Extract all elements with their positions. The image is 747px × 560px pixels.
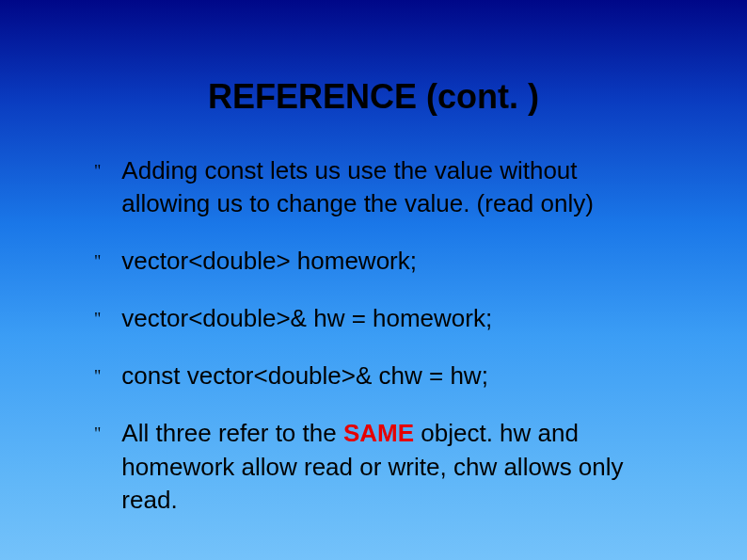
list-item: " All three refer to the SAME object. hw… [94,417,672,516]
slide-title: REFERENCE (cont. ) [0,0,747,154]
list-item: " vector<double>& hw = homework; [94,302,672,335]
bullet-list: " Adding const lets us use the value wit… [0,154,747,517]
text-run: All three refer to the [121,419,343,447]
bullet-text: const vector<double>& chw = hw; [121,360,672,392]
list-item: " Adding const lets us use the value wit… [94,154,672,220]
list-item: " vector<double> homework; [94,245,672,278]
emphasized-text: SAME [343,419,414,447]
slide: REFERENCE (cont. ) " Adding const lets u… [0,0,747,560]
bullet-icon: " [94,160,101,183]
bullet-text: vector<double>& hw = homework; [121,302,672,335]
bullet-icon: " [94,365,101,388]
bullet-icon: " [94,423,101,445]
bullet-icon: " [94,308,101,330]
bullet-text: All three refer to the SAME object. hw a… [121,417,672,516]
bullet-text: Adding const lets us use the value witho… [121,154,672,220]
bullet-icon: " [94,250,101,273]
list-item: " const vector<double>& chw = hw; [94,360,672,392]
bullet-text: vector<double> homework; [121,245,672,278]
